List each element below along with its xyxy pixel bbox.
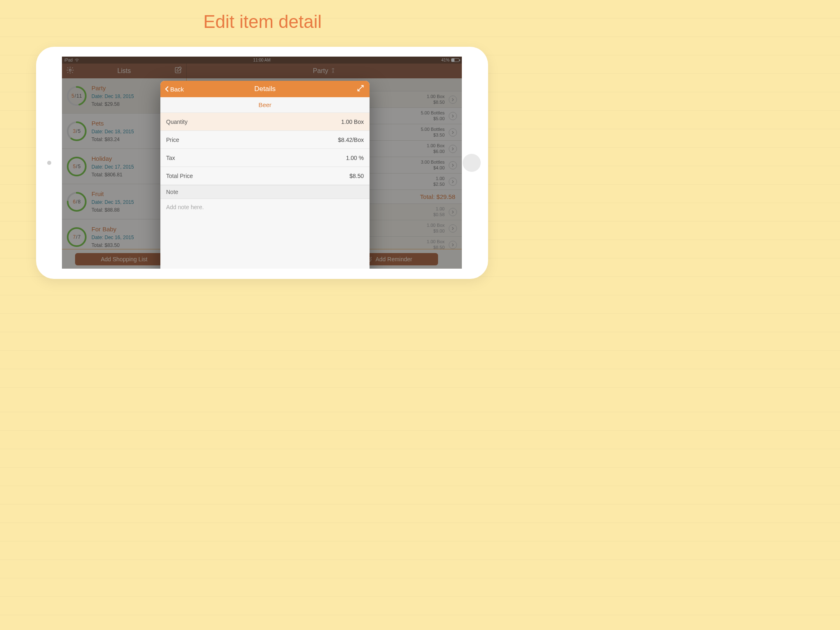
wifi-icon (75, 59, 79, 62)
add-shopping-list-button[interactable]: Add Shopping List (75, 253, 173, 265)
disclosure-button[interactable] (449, 128, 457, 137)
disclosure-button[interactable] (449, 96, 457, 104)
list-total: Total: $29.58 (91, 101, 134, 107)
sidebar-title: Lists (117, 67, 131, 75)
chevron-right-icon (451, 147, 454, 151)
list-title: Holiday (91, 155, 134, 163)
main-header: Party (187, 64, 462, 78)
chevron-right-icon (451, 164, 454, 167)
back-label: Back (170, 86, 184, 93)
item-meta: 1.00$2.50 (433, 176, 445, 187)
details-modal: Back Details Beer Quantity 1.00 Box Pric… (160, 81, 370, 269)
chevron-right-icon (451, 227, 454, 230)
item-meta: 3.00 Bottles$4.00 (421, 160, 445, 170)
item-meta: 1.00 Box$8.50 (427, 239, 445, 249)
battery-text: 41% (441, 58, 450, 62)
ipad-screen: iPad 11:00 AM 41% (62, 57, 462, 269)
list-total: Total: $83.24 (91, 136, 134, 143)
item-meta: 1.00 Box$8.50 (427, 94, 445, 105)
reminder-label: Add Reminder (376, 256, 413, 262)
list-date: Date: Dec 15, 2015 (91, 199, 134, 205)
tax-value: 1.00 % (346, 155, 364, 161)
compose-icon (174, 66, 182, 74)
item-meta: 5.00 Bottles$5.00 (421, 110, 445, 121)
modal-header: Back Details (160, 81, 370, 97)
svg-point-0 (77, 61, 78, 62)
progress-ring: 5/11 (66, 85, 87, 107)
clock: 11:00 AM (253, 58, 270, 62)
disclosure-button[interactable] (449, 145, 457, 153)
list-date: Date: Dec 16, 2015 (91, 234, 134, 241)
list-date: Date: Dec 18, 2015 (91, 128, 134, 135)
settings-button[interactable] (66, 66, 74, 76)
device-label: iPad (64, 58, 73, 62)
price-row[interactable]: Price $8.42/Box (160, 131, 370, 149)
price-value: $8.42/Box (338, 137, 364, 143)
disclosure-button[interactable] (449, 208, 457, 216)
back-button[interactable]: Back (164, 86, 184, 93)
item-meta: 1.00 Box$9.00 (427, 223, 445, 233)
note-textarea[interactable]: Add note here. (160, 199, 370, 215)
ipad-home-button[interactable] (463, 154, 481, 172)
list-date: Date: Dec 18, 2015 (91, 93, 134, 100)
list-date: Date: Dec 17, 2015 (91, 164, 134, 170)
list-total: Total: $806.81 (91, 171, 134, 178)
tax-label: Tax (166, 155, 175, 161)
gear-icon (66, 66, 74, 74)
svg-point-1 (69, 69, 71, 71)
chevron-right-icon (451, 114, 454, 118)
page-title: Edit item detail (0, 11, 525, 32)
progress-ring: 5/5 (66, 156, 87, 177)
progress-ring: 3/5 (66, 121, 87, 142)
list-title: Fruit (91, 190, 134, 198)
disclosure-button[interactable] (449, 161, 457, 169)
chevron-right-icon (451, 98, 454, 101)
ipad-frame: iPad 11:00 AM 41% (36, 47, 488, 279)
total-price-label: Total Price (166, 173, 193, 179)
list-title: For Baby (91, 225, 134, 233)
quantity-row[interactable]: Quantity 1.00 Box (160, 113, 370, 131)
main-title: Party (313, 67, 328, 75)
ipad-camera (47, 161, 51, 165)
sidebar-header: Lists (62, 64, 187, 78)
disclosure-button[interactable] (449, 178, 457, 186)
list-title: Pets (91, 119, 134, 128)
disclosure-button[interactable] (449, 241, 457, 249)
disclosure-button[interactable] (449, 112, 457, 120)
edit-lists-button[interactable] (174, 66, 182, 76)
disclosure-button[interactable] (449, 224, 457, 233)
progress-ring: 7/7 (66, 226, 87, 248)
price-label: Price (166, 137, 179, 143)
list-title: Party (91, 84, 134, 92)
list-total: Total: $83.50 (91, 242, 134, 249)
chevron-left-icon (164, 86, 169, 92)
modal-item-name: Beer (160, 97, 370, 113)
item-meta: 1.00$0.58 (433, 206, 445, 217)
chevron-right-icon (451, 210, 454, 214)
chevron-right-icon (451, 131, 454, 134)
quantity-label: Quantity (166, 119, 187, 125)
note-section-label: Note (160, 185, 370, 199)
list-total: Total: $88.88 (91, 207, 134, 213)
modal-title: Details (254, 85, 276, 93)
total-price-row[interactable]: Total Price $8.50 (160, 167, 370, 185)
header-row: Lists Party (62, 64, 462, 78)
chevron-right-icon (451, 180, 454, 183)
total-price-value: $8.50 (349, 173, 364, 179)
item-meta: 1.00 Box$6.00 (427, 143, 445, 154)
chevron-right-icon (451, 243, 454, 247)
expand-icon (356, 84, 365, 92)
status-bar: iPad 11:00 AM 41% (62, 57, 462, 64)
expand-button[interactable] (356, 84, 365, 94)
quantity-value: 1.00 Box (341, 119, 364, 125)
item-meta: 5.00 Bottles$3.50 (421, 127, 445, 137)
battery-icon (451, 58, 459, 62)
pin-icon[interactable] (331, 68, 336, 75)
tax-row[interactable]: Tax 1.00 % (160, 149, 370, 167)
progress-ring: 6/8 (66, 191, 87, 212)
